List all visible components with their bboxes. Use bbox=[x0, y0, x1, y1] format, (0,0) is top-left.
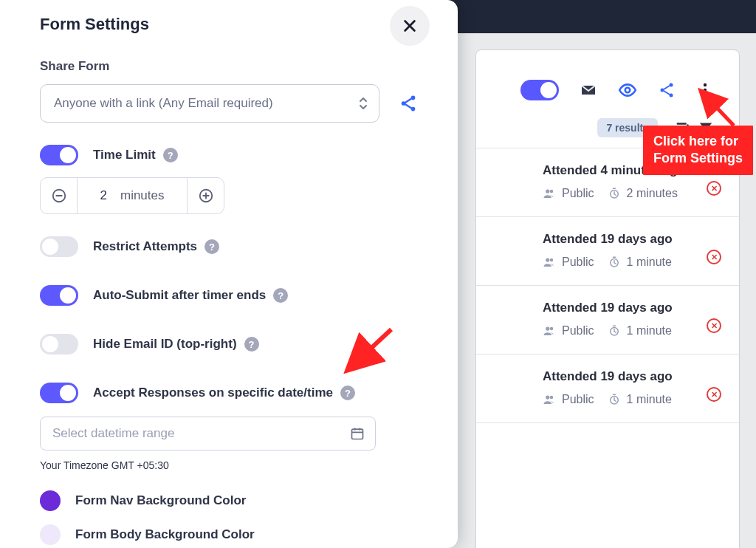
restrict-attempts-toggle[interactable] bbox=[40, 236, 78, 257]
form-settings-modal: Form Settings Share Form Anyone with a l… bbox=[0, 0, 458, 548]
svg-point-10 bbox=[546, 258, 549, 261]
chevrons-icon bbox=[358, 96, 368, 111]
svg-point-7 bbox=[546, 189, 549, 193]
hide-email-toggle[interactable] bbox=[40, 334, 78, 355]
help-icon[interactable]: ? bbox=[244, 337, 259, 352]
accept-responses-toggle[interactable] bbox=[40, 383, 78, 403]
timezone-label: Your Timezone GMT +05:30 bbox=[40, 459, 418, 471]
increment-button[interactable] bbox=[187, 178, 224, 213]
response-row[interactable]: Attended 19 days ago Public 1 minute ✕ bbox=[476, 355, 739, 423]
svg-point-8 bbox=[550, 190, 554, 193]
svg-point-0 bbox=[625, 88, 630, 93]
share-form-label: Share Form bbox=[40, 59, 418, 74]
accept-responses-label: Accept Responses on specific date/time bbox=[93, 386, 333, 400]
response-row[interactable]: Attended 19 days ago Public 1 minute ✕ bbox=[476, 217, 739, 286]
response-attended: Attended 19 days ago bbox=[543, 232, 718, 247]
email-icon[interactable] bbox=[580, 81, 597, 99]
share-select[interactable]: Anyone with a link (Any Email required) bbox=[40, 84, 379, 123]
annotation-hint: Click here for Form Settings bbox=[643, 126, 753, 175]
svg-point-11 bbox=[550, 258, 554, 262]
close-modal-button[interactable] bbox=[390, 6, 430, 46]
response-attended: Attended 19 days ago bbox=[543, 369, 718, 384]
help-icon[interactable]: ? bbox=[340, 386, 355, 400]
duration-meta: 1 minute bbox=[608, 393, 672, 406]
preview-icon[interactable] bbox=[618, 81, 637, 100]
duration-meta: 2 minutes bbox=[608, 187, 678, 200]
time-limit-editor: 2 minutes bbox=[40, 177, 224, 214]
visibility-meta: Public bbox=[543, 393, 594, 406]
calendar-icon bbox=[350, 426, 365, 441]
svg-rect-24 bbox=[352, 429, 363, 439]
restrict-attempts-label: Restrict Attempts bbox=[93, 239, 197, 254]
delete-response-button[interactable]: ✕ bbox=[707, 181, 721, 196]
decrement-button[interactable] bbox=[41, 178, 78, 213]
auto-submit-label: Auto-Submit after timer ends bbox=[93, 288, 266, 303]
nav-color-label: Form Nav Background Color bbox=[75, 493, 246, 508]
time-value[interactable]: 2 bbox=[100, 188, 107, 203]
share-link-icon[interactable] bbox=[399, 94, 418, 113]
time-unit: minutes bbox=[120, 188, 165, 203]
svg-point-16 bbox=[546, 395, 549, 399]
svg-point-14 bbox=[550, 327, 554, 331]
body-color-swatch[interactable] bbox=[40, 524, 61, 545]
time-limit-toggle[interactable] bbox=[40, 145, 78, 165]
share-select-value: Anyone with a link (Any Email required) bbox=[54, 96, 273, 111]
time-limit-label: Time Limit bbox=[93, 148, 156, 162]
datetime-placeholder: Select datetime range bbox=[52, 426, 174, 441]
hide-email-label: Hide Email ID (top-right) bbox=[93, 337, 237, 352]
svg-point-17 bbox=[550, 396, 554, 400]
response-row[interactable]: Attended 19 days ago Public 1 minute ✕ bbox=[476, 286, 739, 355]
help-icon[interactable]: ? bbox=[163, 148, 178, 162]
duration-meta: 1 minute bbox=[608, 324, 672, 338]
delete-response-button[interactable]: ✕ bbox=[707, 250, 721, 264]
svg-point-13 bbox=[546, 326, 549, 330]
help-icon[interactable]: ? bbox=[205, 239, 219, 254]
datetime-range-input[interactable]: Select datetime range bbox=[40, 417, 376, 451]
share-icon[interactable] bbox=[658, 81, 676, 99]
svg-point-4 bbox=[704, 83, 707, 86]
delete-response-button[interactable]: ✕ bbox=[707, 387, 721, 402]
nav-color-swatch[interactable] bbox=[40, 490, 61, 511]
delete-response-button[interactable]: ✕ bbox=[707, 318, 721, 333]
visibility-meta: Public bbox=[543, 256, 594, 269]
modal-title: Form Settings bbox=[40, 15, 418, 34]
duration-meta: 1 minute bbox=[608, 256, 672, 269]
help-icon[interactable]: ? bbox=[273, 288, 288, 303]
visibility-meta: Public bbox=[543, 187, 594, 200]
form-active-toggle[interactable] bbox=[520, 80, 559, 100]
visibility-meta: Public bbox=[543, 324, 594, 338]
body-color-label: Form Body Background Color bbox=[75, 527, 255, 542]
auto-submit-toggle[interactable] bbox=[40, 285, 78, 306]
response-attended: Attended 19 days ago bbox=[543, 301, 718, 315]
